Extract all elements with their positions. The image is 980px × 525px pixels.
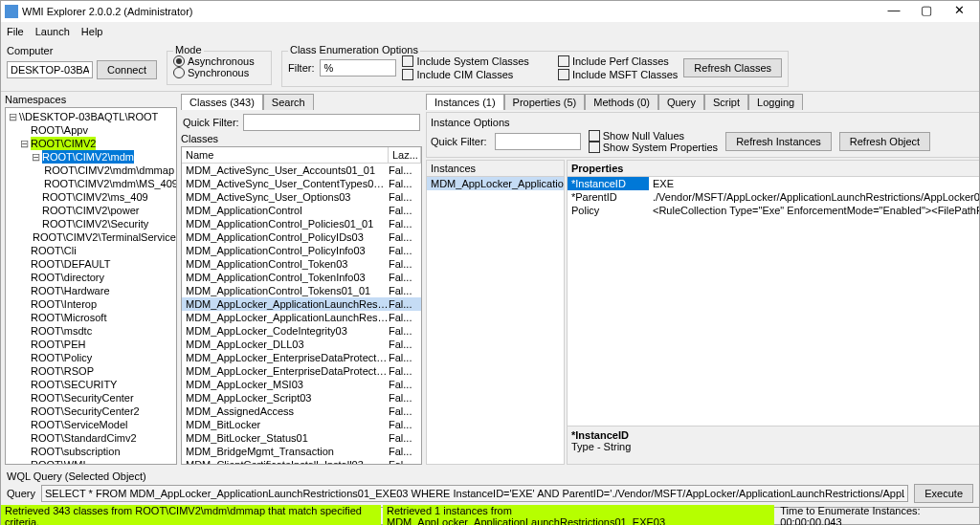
tree-node[interactable]: ROOT\CIMV2\Security [8, 217, 174, 230]
class-row[interactable]: MDM_AppLocker_ApplicationLaunchRestricti… [182, 297, 421, 311]
minimize-button[interactable]: — [878, 2, 910, 21]
wql-query-input[interactable] [41, 485, 908, 502]
tab-properties[interactable]: Properties (5) [504, 94, 586, 110]
tree-node[interactable]: ROOT\DEFAULT [8, 257, 174, 271]
instances-qf-input[interactable] [495, 133, 581, 150]
tree-node[interactable]: ROOT\subscription [8, 445, 174, 458]
tree-node[interactable]: ROOT\WMI [8, 458, 174, 465]
class-row[interactable]: MDM_ApplicationControl_PolicyInfo03Fal..… [182, 244, 421, 257]
class-row[interactable]: MDM_ActiveSync_User_ContentTypes04_01Fal… [182, 177, 421, 190]
class-row[interactable]: MDM_BridgeMgmt_TransactionFal... [182, 445, 421, 458]
class-row[interactable]: MDM_ApplicationControl_Tokens01_01Fal... [182, 284, 421, 297]
computer-input[interactable] [7, 61, 93, 78]
tree-node[interactable]: ROOT\PEH [8, 338, 174, 351]
include-msft-check[interactable]: Include MSFT Classes [558, 69, 678, 80]
maximize-button[interactable]: ▢ [910, 2, 943, 21]
menu-launch[interactable]: Launch [35, 26, 70, 37]
tab-instances[interactable]: Instances (1) [426, 94, 504, 110]
menubar: File Launch Help [1, 22, 979, 41]
classes-qf-label: Quick Filter: [183, 117, 239, 128]
class-row[interactable]: MDM_ApplicationControl_Token03Fal... [182, 257, 421, 271]
tree-node[interactable]: ROOT\CIMV2\mdm\MS_409 [8, 177, 174, 190]
tree-node[interactable]: ROOT\CIMV2\ms_409 [8, 190, 174, 204]
mode-sync-radio[interactable]: Synchronous [173, 67, 265, 78]
class-row[interactable]: MDM_BitLockerFal... [182, 418, 421, 431]
tree-node[interactable]: ROOT\SecurityCenter [8, 391, 174, 405]
class-row[interactable]: MDM_AppLocker_ApplicationLaunchRestricti… [182, 311, 421, 324]
status-msg-2: Retrieved 1 instances from MDM_AppLocker… [383, 505, 774, 526]
tree-node[interactable]: ROOT\Appv [8, 123, 174, 137]
class-row[interactable]: MDM_ApplicationControlFal... [182, 204, 421, 217]
tab-query[interactable]: Query [658, 94, 704, 110]
refresh-classes-button[interactable]: Refresh Classes [683, 58, 782, 77]
tab-script[interactable]: Script [704, 94, 748, 110]
show-null-check[interactable]: Show Null Values [589, 130, 718, 142]
close-button[interactable]: ✕ [943, 2, 975, 21]
properties-list[interactable]: *InstanceIDEXE*ParentID./Vendor/MSFT/App… [568, 177, 979, 426]
instance-row[interactable]: MDM_AppLocker_ApplicationL... [427, 177, 564, 190]
mode-async-radio[interactable]: Asynchronous [173, 55, 265, 67]
class-row[interactable]: MDM_ClientCertificateInstall_Install03Fa… [182, 458, 421, 464]
tree-node[interactable]: ROOT\directory [8, 271, 174, 284]
property-row[interactable]: *ParentID./Vendor/MSFT/AppLocker/Applica… [568, 190, 979, 204]
tree-node[interactable]: ROOT\SECURITY [8, 378, 174, 391]
tree-node[interactable]: ROOT\StandardCimv2 [8, 431, 174, 445]
classes-qf-input[interactable] [243, 114, 420, 131]
instances-list[interactable]: MDM_AppLocker_ApplicationL... [427, 177, 564, 464]
class-row[interactable]: MDM_BitLocker_Status01Fal... [182, 431, 421, 445]
tab-logging[interactable]: Logging [748, 94, 803, 110]
tree-node[interactable]: ROOT\Cli [8, 244, 174, 257]
class-row[interactable]: MDM_ApplicationControl_PolicyIDs03Fal... [182, 230, 421, 244]
class-row[interactable]: MDM_AssignedAccessFal... [182, 405, 421, 418]
tree-node[interactable]: ⊟ROOT\CIMV2 [8, 137, 174, 150]
namespace-tree[interactable]: ⊟\\DESKTOP-03BAQTL\ROOTROOT\Appv⊟ROOT\CI… [5, 107, 177, 465]
tree-node[interactable]: ROOT\Microsoft [8, 311, 174, 324]
tree-node[interactable]: ROOT\RSOP [8, 364, 174, 378]
class-row[interactable]: MDM_ActiveSync_User_Accounts01_01Fal... [182, 164, 421, 177]
class-row[interactable]: MDM_AppLocker_Script03Fal... [182, 391, 421, 405]
refresh-instances-button[interactable]: Refresh Instances [725, 132, 832, 151]
col-name-header[interactable]: Name [182, 147, 389, 163]
tree-node[interactable]: ⊟ROOT\CIMV2\mdm [8, 150, 174, 164]
statusbar: Retrieved 343 classes from ROOT\CIMV2\md… [1, 507, 979, 524]
show-sysprops-check[interactable]: Show System Properties [589, 142, 718, 153]
tree-node[interactable]: ROOT\CIMV2\TerminalServices [8, 230, 174, 244]
property-row[interactable]: Policy<RuleCollection Type="Exe" Enforce… [568, 204, 979, 217]
tree-node[interactable]: ROOT\ServiceModel [8, 418, 174, 431]
app-icon [5, 5, 18, 18]
tree-node[interactable]: ROOT\Interop [8, 297, 174, 311]
tree-node[interactable]: ROOT\Hardware [8, 284, 174, 297]
property-row[interactable]: *InstanceIDEXE [568, 177, 979, 190]
tab-classes[interactable]: Classes (343) [181, 94, 263, 110]
class-row[interactable]: MDM_AppLocker_EnterpriseDataProtection01… [182, 351, 421, 364]
tree-node[interactable]: ROOT\CIMV2\power [8, 204, 174, 217]
tree-node[interactable]: ROOT\Policy [8, 351, 174, 364]
include-system-check[interactable]: Include System Classes [402, 55, 528, 67]
class-row[interactable]: MDM_AppLocker_EnterpriseDataProtection01… [182, 364, 421, 378]
execute-button[interactable]: Execute [914, 484, 973, 503]
tree-node[interactable]: ROOT\CIMV2\mdm\dmmap [8, 164, 174, 177]
connect-button[interactable]: Connect [97, 60, 157, 79]
class-row[interactable]: MDM_ApplicationControl_Policies01_01Fal.… [182, 217, 421, 230]
tree-node[interactable]: ROOT\msdtc [8, 324, 174, 338]
class-row[interactable]: MDM_AppLocker_CodeIntegrity03Fal... [182, 324, 421, 338]
tab-methods[interactable]: Methods (0) [585, 94, 658, 110]
refresh-object-button[interactable]: Refresh Object [839, 132, 930, 151]
filter-label: Filter: [288, 62, 315, 74]
include-perf-check[interactable]: Include Perf Classes [558, 55, 678, 67]
tree-node[interactable]: ⊟\\DESKTOP-03BAQTL\ROOT [8, 110, 174, 123]
class-row[interactable]: MDM_ActiveSync_User_Options03Fal... [182, 190, 421, 204]
tab-search[interactable]: Search [263, 94, 314, 110]
classes-list[interactable]: Name Laz... MDM_ActiveSync_User_Accounts… [181, 146, 422, 465]
include-cim-check[interactable]: Include CIM Classes [402, 69, 528, 80]
menu-help[interactable]: Help [81, 26, 103, 37]
wql-query-label: Query [7, 488, 35, 499]
namespaces-label: Namespaces [5, 94, 177, 105]
tree-node[interactable]: ROOT\SecurityCenter2 [8, 405, 174, 418]
class-row[interactable]: MDM_AppLocker_MSI03Fal... [182, 378, 421, 391]
class-row[interactable]: MDM_AppLocker_DLL03Fal... [182, 338, 421, 351]
menu-file[interactable]: File [7, 26, 24, 37]
col-lazy-header[interactable]: Laz... [389, 147, 421, 163]
class-row[interactable]: MDM_ApplicationControl_TokenInfo03Fal... [182, 271, 421, 284]
filter-input[interactable] [320, 59, 396, 77]
